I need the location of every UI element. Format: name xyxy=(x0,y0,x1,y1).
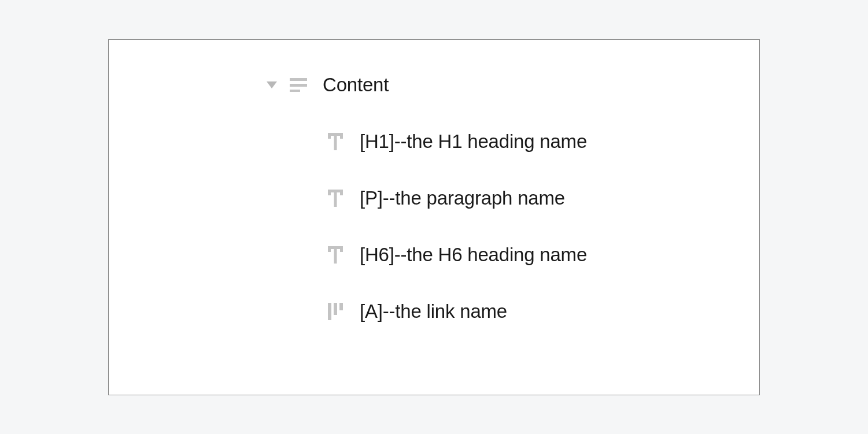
svg-rect-9 xyxy=(340,190,343,195)
tree-item-p[interactable]: [P]--the paragraph name xyxy=(132,186,736,211)
svg-rect-14 xyxy=(334,246,337,264)
svg-rect-13 xyxy=(340,246,343,252)
tree-item-content[interactable]: Content xyxy=(132,72,736,98)
tree-item-label: [P]--the paragraph name xyxy=(360,187,565,210)
svg-rect-6 xyxy=(334,133,337,150)
svg-rect-2 xyxy=(290,90,300,92)
svg-rect-1 xyxy=(290,84,307,87)
navigator-tree: Content [H1]--the H1 heading name xyxy=(132,72,736,324)
svg-rect-4 xyxy=(328,133,331,139)
tree-item-h6[interactable]: [H6]--the H6 heading name xyxy=(132,242,736,268)
navigator-panel: Content [H1]--the H1 heading name xyxy=(108,39,760,395)
tree-item-label: [A]--the link name xyxy=(360,300,507,323)
tree-item-label: Content xyxy=(323,73,389,97)
chevron-down-icon[interactable] xyxy=(265,78,279,92)
lines-icon xyxy=(289,76,308,94)
svg-rect-15 xyxy=(328,303,331,320)
svg-rect-0 xyxy=(290,78,307,81)
tree-item-label: [H1]--the H1 heading name xyxy=(360,130,587,153)
svg-rect-5 xyxy=(340,133,343,139)
tree-item-a[interactable]: [A]--the link name xyxy=(132,299,736,324)
text-icon xyxy=(326,189,345,207)
svg-rect-12 xyxy=(328,246,331,252)
text-icon xyxy=(326,246,345,264)
svg-rect-8 xyxy=(328,190,331,195)
tree-item-h1[interactable]: [H1]--the H1 heading name xyxy=(132,129,736,154)
link-icon xyxy=(326,302,345,321)
text-icon xyxy=(326,132,345,151)
svg-rect-16 xyxy=(334,303,337,315)
tree-item-label: [H6]--the H6 heading name xyxy=(360,243,587,266)
svg-rect-17 xyxy=(339,303,343,310)
svg-rect-10 xyxy=(334,190,337,207)
